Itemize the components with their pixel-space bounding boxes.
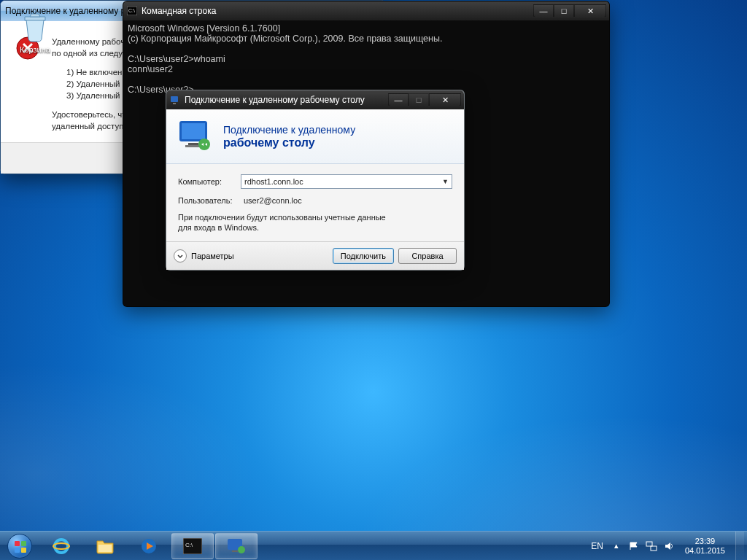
cmd-titlebar[interactable]: C:\ Командная строка — □ ✕ [123, 1, 609, 20]
svg-rect-3 [173, 103, 176, 104]
start-button[interactable] [0, 532, 39, 561]
taskbar-wmp[interactable] [128, 533, 170, 559]
params-link[interactable]: Параметры [191, 252, 234, 260]
svg-rect-23 [646, 542, 652, 546]
chevron-down-icon[interactable]: ▼ [442, 178, 449, 185]
svg-text:C:\: C:\ [128, 8, 135, 13]
windows-orb-icon [7, 534, 32, 559]
volume-icon[interactable] [663, 540, 675, 552]
svg-rect-10 [15, 541, 20, 546]
rdp-titlebar[interactable]: Подключение к удаленному рабочему столу … [166, 90, 464, 109]
taskbar-rdp[interactable] [215, 533, 258, 559]
rdp-title-icon [169, 94, 181, 106]
minimize-button[interactable]: — [533, 4, 554, 18]
svg-rect-24 [651, 546, 657, 551]
language-indicator[interactable]: EN [589, 541, 605, 551]
rdp-title: Подключение к удаленному рабочему столу [185, 95, 365, 105]
svg-rect-5 [182, 123, 205, 139]
svg-rect-6 [188, 143, 198, 145]
taskbar: C:\ EN ▴ 23:39 04.01.2015 [0, 531, 747, 560]
svg-rect-16 [98, 545, 112, 552]
trash-icon [19, 11, 51, 43]
taskbar-cmd[interactable]: C:\ [171, 533, 214, 559]
close-button[interactable]: ✕ [429, 93, 461, 106]
flag-icon[interactable] [628, 540, 640, 552]
cmd-title: Командная строка [142, 6, 216, 16]
svg-text:C:\: C:\ [185, 542, 193, 548]
maximize-button[interactable]: □ [554, 4, 574, 18]
svg-rect-21 [232, 551, 238, 552]
connect-button[interactable]: Подключить [333, 248, 394, 264]
network-icon[interactable] [646, 540, 657, 552]
taskbar-ie[interactable] [40, 533, 82, 559]
computer-label: Компьютер: [178, 177, 241, 186]
cmd-icon: C:\ [182, 537, 203, 556]
recycle-bin-label: Корзина [13, 45, 57, 54]
svg-rect-12 [15, 548, 20, 553]
cmd-output[interactable]: Microsoft Windows [Version 6.1.7600] (c)… [123, 20, 609, 98]
recycle-bin[interactable]: Корзина [13, 11, 57, 54]
close-button[interactable]: ✕ [574, 4, 606, 18]
note-line-2: для входа в Windows. [178, 222, 452, 233]
minimize-button[interactable]: — [388, 93, 409, 106]
user-value: user2@conn.loc [241, 196, 302, 205]
date: 04.01.2015 [685, 546, 725, 556]
media-player-icon [139, 537, 159, 556]
svg-point-22 [238, 546, 245, 553]
taskbar-explorer[interactable] [84, 533, 126, 559]
system-tray: EN ▴ 23:39 04.01.2015 [587, 532, 747, 561]
folder-icon [95, 537, 115, 556]
rdp-window: Подключение к удаленному рабочему столу … [166, 90, 465, 271]
svg-rect-2 [171, 96, 178, 102]
rdp-icon [226, 537, 247, 556]
cmd-icon: C:\ [126, 5, 138, 17]
rdp-header: Подключение к удаленному рабочему столу [166, 109, 464, 164]
show-desktop-button[interactable] [735, 532, 744, 561]
note-line-1: При подключении будут использованы учетн… [178, 212, 452, 222]
clock[interactable]: 23:39 04.01.2015 [681, 537, 729, 556]
tray-chevron-icon[interactable]: ▴ [611, 540, 622, 552]
svg-rect-11 [21, 541, 26, 546]
svg-rect-13 [21, 548, 26, 553]
expand-chevron-icon[interactable] [174, 249, 187, 262]
ie-icon [51, 537, 71, 556]
user-label: Пользователь: [178, 196, 241, 205]
computer-combobox[interactable]: rdhost1.conn.loc ▼ [241, 174, 452, 189]
help-button[interactable]: Справка [398, 248, 457, 264]
rdp-heading-1: Подключение к удаленному [223, 123, 355, 136]
computer-value: rdhost1.conn.loc [244, 177, 303, 186]
rdp-heading-2: рабочему столу [223, 136, 355, 149]
svg-point-14 [55, 540, 68, 553]
rdp-monitor-icon [178, 120, 213, 153]
svg-point-8 [198, 139, 210, 150]
maximize-button[interactable]: □ [409, 93, 429, 106]
time: 23:39 [685, 537, 725, 546]
